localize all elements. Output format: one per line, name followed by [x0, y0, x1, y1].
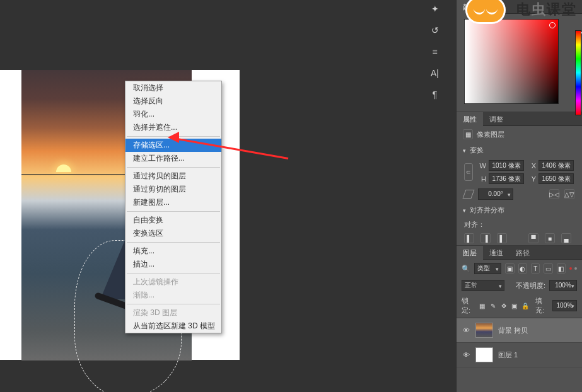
fill-label: 填充: [535, 296, 549, 315]
menu-free-transform[interactable]: 自由变换 [125, 214, 221, 227]
y-label: Y [527, 175, 536, 183]
brush-preset-icon[interactable]: ✦ [431, 4, 439, 14]
picker-cursor [549, 22, 556, 28]
menu-separator [127, 273, 220, 274]
height-input[interactable]: 1736 像素 [489, 173, 524, 184]
menu-stroke[interactable]: 描边... [125, 258, 221, 271]
filter-adjust-icon[interactable]: ◐ [518, 263, 527, 274]
right-panels: 电虫课堂 颜色 板 属性 调整 ▦ 像素图层 ▾ 变换 ⊂ W 1010 像 [456, 0, 582, 392]
canvas-area[interactable]: 取消选择 选择反向 羽化... 选择并遮住... 存储选区... 建立工作路径.… [0, 0, 429, 392]
blend-mode-select[interactable]: 正常 [462, 280, 504, 291]
menu-fade: 渐隐... [125, 289, 221, 302]
filter-text-icon[interactable]: T [531, 263, 540, 274]
layer-name[interactable]: 背景 拷贝 [498, 326, 528, 335]
align-label: 对齐并分布 [470, 205, 504, 215]
menu-fill[interactable]: 填充... [125, 245, 221, 258]
layers-panel-tabs: 图层 通道 路径 [457, 246, 582, 260]
menu-separator [127, 304, 220, 304]
pixel-layer-heading: ▦ 像素图层 [457, 126, 582, 142]
align-top-icon[interactable]: ▀ [528, 233, 538, 243]
lock-pixels-icon[interactable]: ✎ [489, 301, 497, 310]
layer-filter-type[interactable]: 类型 [474, 263, 501, 274]
fill-input[interactable]: 100% [552, 300, 577, 311]
align-left-icon[interactable]: ▌ [464, 233, 474, 243]
collapsed-panel-rail[interactable]: ✦ ↺ ≡ A| ¶ [429, 0, 440, 88]
angle-icon [462, 190, 474, 199]
lock-position-icon[interactable]: ✥ [500, 301, 508, 310]
layer-thumbnail[interactable] [475, 323, 493, 338]
tab-layers[interactable]: 图层 [457, 246, 483, 260]
flip-horizontal-icon[interactable]: ▷◁ [549, 189, 559, 199]
visibility-eye-icon[interactable]: 👁 [462, 326, 470, 334]
align-hcenter-icon[interactable]: ▐ [480, 233, 491, 243]
filter-image-icon[interactable]: ▣ [505, 263, 514, 274]
menu-separator [127, 167, 220, 168]
menu-select-and-mask[interactable]: 选择并遮住... [125, 121, 221, 134]
w-label: W [477, 162, 486, 170]
chevron-down-icon: ▾ [463, 147, 466, 154]
align-sub-label: 对齐： [464, 220, 485, 229]
align-bottom-icon[interactable]: ▄ [561, 233, 571, 243]
lock-artboard-icon[interactable]: ▣ [511, 301, 518, 310]
align-right-icon[interactable]: ▌ [497, 233, 507, 243]
menu-separator [127, 242, 220, 243]
opacity-input[interactable]: 100% [549, 280, 577, 291]
tab-properties[interactable]: 属性 [457, 112, 483, 126]
transform-label: 变换 [470, 146, 484, 155]
layer-thumbnail[interactable] [475, 347, 493, 362]
tab-adjustments[interactable]: 调整 [483, 112, 509, 126]
menu-layer-via-cut[interactable]: 通过剪切的图层 [125, 183, 221, 196]
sun-glow [56, 164, 71, 172]
tab-paths[interactable]: 路径 [509, 246, 536, 260]
filter-toggle[interactable] [569, 267, 577, 270]
watermark-avatar [465, 0, 509, 26]
filter-shape-icon[interactable]: ▭ [544, 263, 552, 274]
pixel-layer-icon: ▦ [463, 129, 473, 139]
layer-row-bg-copy[interactable]: 👁 背景 拷贝 [457, 318, 582, 343]
h-label: H [477, 175, 486, 183]
y-input[interactable]: 1650 像素 [538, 173, 574, 184]
filter-smart-icon[interactable]: ◧ [557, 263, 566, 274]
menu-make-work-path[interactable]: 建立工作路径... [125, 152, 221, 165]
width-input[interactable]: 1010 像素 [489, 160, 524, 171]
paragraph-icon[interactable]: ¶ [433, 89, 438, 100]
menu-layer-via-copy[interactable]: 通过拷贝的图层 [125, 170, 221, 183]
lock-label: 锁定: [462, 296, 475, 315]
menu-save-selection[interactable]: 存储选区... [125, 139, 221, 152]
menu-feather[interactable]: 羽化... [125, 108, 221, 121]
menu-separator [127, 136, 220, 137]
menu-inverse[interactable]: 选择反向 [125, 95, 221, 108]
flip-vertical-icon[interactable]: △▽ [564, 189, 574, 199]
x-label: X [527, 162, 536, 170]
color-picker-field[interactable] [464, 19, 559, 104]
context-menu[interactable]: 取消选择 选择反向 羽化... 选择并遮住... 存储选区... 建立工作路径.… [125, 81, 222, 333]
chevron-down-icon: ▾ [463, 207, 466, 214]
lock-transparent-icon[interactable]: ▦ [479, 301, 486, 310]
align-vcenter-icon[interactable]: ■ [545, 233, 555, 243]
menu-last-filter: 上次滤镜操作 [125, 275, 221, 289]
angle-input[interactable]: 0.00° [478, 188, 513, 200]
menu-deselect[interactable]: 取消选择 [125, 81, 221, 95]
x-input[interactable]: 1406 像素 [538, 160, 574, 171]
history-icon[interactable]: ↺ [431, 25, 439, 35]
opacity-label: 不透明度: [516, 281, 545, 291]
pixel-layer-label: 像素图层 [477, 130, 504, 139]
menu-separator [127, 211, 220, 212]
text-icon[interactable]: A| [431, 68, 439, 78]
lock-all-icon[interactable]: 🔒 [521, 301, 529, 310]
ruler-icon[interactable]: ≡ [432, 47, 437, 57]
layer-row-layer1[interactable]: 👁 图层 1 [457, 343, 582, 367]
menu-new-layer[interactable]: 新建图层... [125, 196, 221, 209]
tab-channels[interactable]: 通道 [483, 246, 509, 260]
hue-slider[interactable] [575, 30, 581, 115]
properties-panel-tabs: 属性 调整 [457, 112, 582, 126]
align-section[interactable]: ▾ 对齐并分布 [457, 202, 582, 218]
search-icon[interactable]: 🔍 [462, 265, 470, 273]
menu-transform-selection[interactable]: 变换选区 [125, 227, 221, 240]
link-wh-icon[interactable]: ⊂ [464, 163, 473, 181]
visibility-eye-icon[interactable]: 👁 [462, 351, 470, 359]
transform-section[interactable]: ▾ 变换 [457, 142, 582, 158]
layer-name[interactable]: 图层 1 [498, 350, 518, 360]
menu-render-3d: 渲染 3D 图层 [125, 306, 221, 320]
menu-new-3d-from-selection[interactable]: 从当前选区新建 3D 模型 [125, 320, 221, 333]
